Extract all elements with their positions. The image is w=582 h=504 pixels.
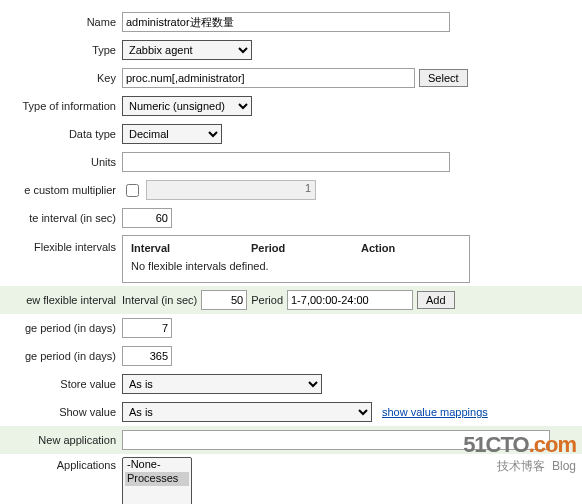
label-data-type: Data type [0,128,122,140]
name-input[interactable] [122,12,450,32]
label-update-interval: te interval (in sec) [0,212,122,224]
label-store-value: Store value [0,378,122,390]
label-type: Type [0,44,122,56]
new-application-input[interactable] [122,430,550,450]
show-value-select[interactable]: As is [122,402,372,422]
flex-col-interval: Interval [131,242,251,254]
type-of-information-select[interactable]: Numeric (unsigned) [122,96,252,116]
label-flexible-intervals: Flexible intervals [0,235,122,253]
history-period-input[interactable] [122,318,172,338]
units-input[interactable] [122,152,450,172]
label-history-period: ge period (in days) [0,322,122,334]
update-interval-input[interactable] [122,208,172,228]
label-show-value: Show value [0,406,122,418]
type-select[interactable]: Zabbix agent [122,40,252,60]
flex-col-period: Period [251,242,361,254]
label-key: Key [0,72,122,84]
new-flex-interval-label: Interval (in sec) [122,294,197,306]
label-type-of-information: Type of information [0,100,122,112]
key-input[interactable] [122,68,415,88]
applications-listbox[interactable]: -None-Processes [122,457,192,504]
flex-col-action: Action [361,242,395,254]
new-flex-period-input[interactable] [287,290,413,310]
label-custom-multiplier: e custom multiplier [0,184,122,196]
data-type-select[interactable]: Decimal [122,124,222,144]
custom-multiplier-checkbox[interactable] [126,184,139,197]
label-new-flexible-interval: ew flexible interval [0,294,122,306]
store-value-select[interactable]: As is [122,374,322,394]
new-flex-interval-input[interactable] [201,290,247,310]
new-flex-period-label: Period [251,294,283,306]
label-applications: Applications [0,457,122,471]
flexible-intervals-table: Interval Period Action No flexible inter… [122,235,470,283]
trend-period-input[interactable] [122,346,172,366]
flex-empty-message: No flexible intervals defined. [131,260,461,272]
custom-multiplier-value: 1 [146,180,316,200]
label-new-application: New application [0,434,122,446]
add-button[interactable]: Add [417,291,455,309]
label-units: Units [0,156,122,168]
show-value-mappings-link[interactable]: show value mappings [382,406,488,418]
label-name: Name [0,16,122,28]
select-button[interactable]: Select [419,69,468,87]
label-trend-period: ge period (in days) [0,350,122,362]
